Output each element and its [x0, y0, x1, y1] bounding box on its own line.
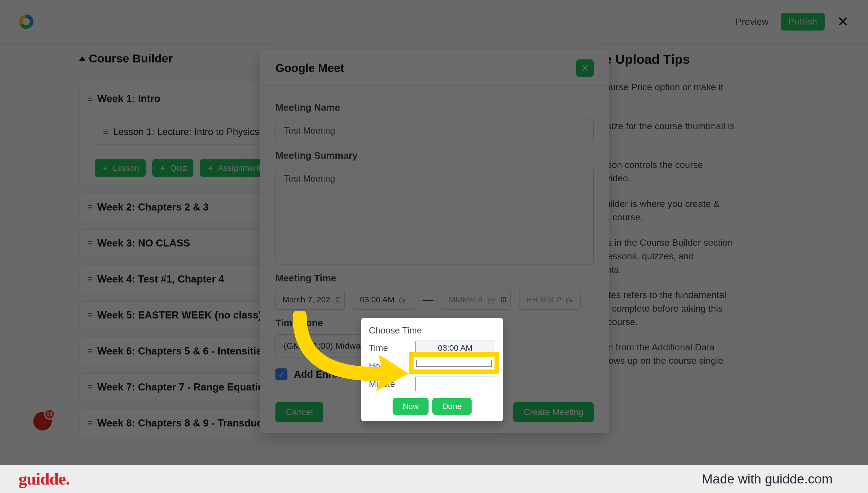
done-button[interactable]: Done	[432, 398, 472, 415]
hour-label: Hour	[369, 361, 404, 371]
minute-slider-input[interactable]	[415, 377, 495, 391]
button-label: Done	[442, 402, 462, 411]
now-button[interactable]: Now	[393, 398, 429, 415]
guidde-logo: guidde.	[19, 469, 70, 489]
footer-tagline: Made with guidde.com	[702, 471, 832, 487]
highlight-annotation	[409, 352, 499, 374]
minute-label: Minute	[369, 379, 404, 389]
time-label: Time	[369, 343, 404, 353]
time-picker-title: Choose Time	[369, 325, 495, 336]
button-label: Now	[403, 402, 419, 411]
guidde-footer: guidde. Made with guidde.com	[0, 465, 868, 493]
